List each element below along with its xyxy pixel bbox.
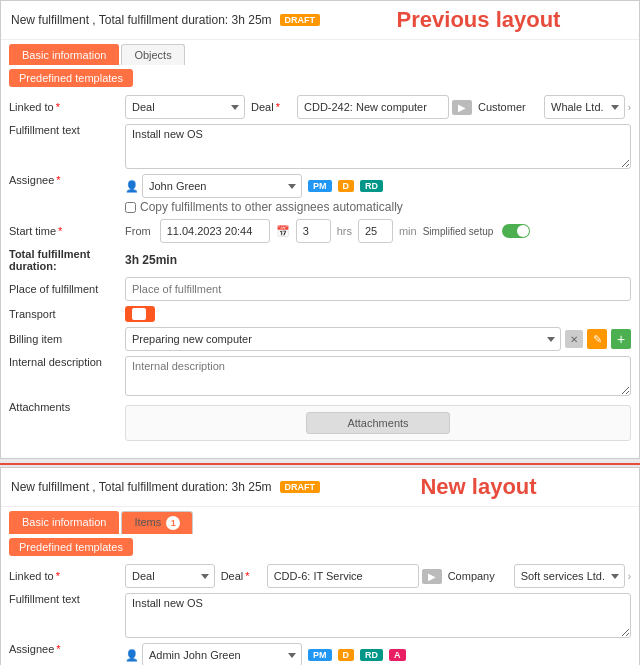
- items-count-badge: 1: [166, 516, 180, 530]
- bottom-tab-bar: Basic information Items 1: [1, 507, 639, 534]
- linked-to-label-bottom: Linked to: [9, 570, 119, 582]
- assignee-row-bottom: Assignee 👤 Admin John Green PM D RD A Co…: [9, 643, 631, 665]
- transport-toggle-inner-top: [132, 308, 146, 320]
- assignee-icon-top: 👤: [125, 180, 139, 193]
- deal-arrow-btn-bottom[interactable]: ▶: [422, 569, 442, 584]
- tab-items-bottom[interactable]: Items 1: [121, 511, 193, 534]
- top-draft-badge: DRAFT: [280, 14, 321, 26]
- deal-input-bottom[interactable]: [267, 564, 419, 588]
- billing-label-top: Billing item: [9, 333, 119, 345]
- assignee-badge-d-top: D: [338, 180, 355, 192]
- fulfillment-text-area-top[interactable]: Install new OS: [125, 124, 631, 169]
- assignee-badge-pm-bottom: PM: [308, 649, 332, 661]
- linked-to-row-top: Linked to Deal Deal ▶ Customer Whale Ltd…: [9, 95, 631, 119]
- start-min-num-top[interactable]: [358, 219, 393, 243]
- billing-row-top: Billing item Preparing new computer ✕ ✎ …: [9, 327, 631, 351]
- fulfillment-text-label-bottom: Fulfillment text: [9, 593, 119, 605]
- company-label-bottom: Company: [448, 570, 508, 582]
- assignee-select-bottom[interactable]: Admin John Green: [142, 643, 302, 665]
- place-row-top: Place of fulfillment: [9, 277, 631, 301]
- place-label-top: Place of fulfillment: [9, 283, 119, 295]
- attachments-label-top: Attachments: [9, 401, 119, 413]
- billing-select-top[interactable]: Preparing new computer: [125, 327, 561, 351]
- total-duration-value-top: 3h 25min: [125, 253, 177, 267]
- bottom-draft-badge: DRAFT: [280, 481, 321, 493]
- tab-basic-info-bottom[interactable]: Basic information: [9, 511, 119, 534]
- billing-add-btn-top[interactable]: +: [611, 329, 631, 349]
- billing-input-group-top: Preparing new computer ✕ ✎ +: [125, 327, 631, 351]
- predefined-templates-btn-top[interactable]: Predefined templates: [9, 69, 133, 87]
- deal-label-top: Deal: [251, 101, 291, 113]
- tab-objects-top[interactable]: Objects: [121, 44, 184, 65]
- assignee-select-top[interactable]: John Green: [142, 174, 302, 198]
- company-select-bottom[interactable]: Soft services Ltd.: [514, 564, 625, 588]
- start-date-input-top[interactable]: [160, 219, 270, 243]
- start-time-label-top: Start time: [9, 225, 119, 237]
- assignee-badge-rd-bottom: RD: [360, 649, 383, 661]
- min-label-top: min: [399, 225, 417, 237]
- assignee-icon-bottom: 👤: [125, 649, 139, 662]
- fulfillment-text-row-bottom: Fulfillment text Install new OS: [9, 593, 631, 638]
- bottom-panel-header: New fulfillment , Total fulfillment dura…: [1, 468, 639, 507]
- assignee-label-bottom: Assignee: [9, 643, 119, 655]
- start-time-row-top: Start time From 📅 hrs min Simplified set…: [9, 219, 631, 243]
- deal-arrow-btn-top[interactable]: ▶: [452, 100, 472, 115]
- company-chevron-bottom: ›: [628, 571, 631, 582]
- bottom-form-body: Linked to Deal Deal ▶ Company Soft servi…: [1, 560, 639, 665]
- bottom-layout-heading: New layout: [328, 474, 629, 500]
- internal-desc-label-top: Internal description: [9, 356, 119, 368]
- linked-to-select-top[interactable]: Deal: [125, 95, 245, 119]
- bottom-panel-title: New fulfillment , Total fulfillment dura…: [11, 480, 272, 494]
- assignee-row-top: Assignee 👤 John Green PM D RD Copy fulfi…: [9, 174, 631, 214]
- transport-row-top: Transport: [9, 306, 631, 322]
- attachments-area-top: Attachments: [125, 405, 631, 441]
- copy-assignees-checkbox-top[interactable]: [125, 202, 136, 213]
- assignee-badge-d-bottom: D: [338, 649, 355, 661]
- place-input-top[interactable]: [125, 277, 631, 301]
- from-label-top: From: [125, 225, 151, 237]
- attachments-row-top: Attachments Attachments: [9, 401, 631, 445]
- total-duration-row-top: Total fulfillment duration: 3h 25min: [9, 248, 631, 272]
- tab-basic-info-top[interactable]: Basic information: [9, 44, 119, 65]
- predefined-templates-btn-bottom[interactable]: Predefined templates: [9, 538, 133, 556]
- top-panel-header: New fulfillment , Total fulfillment dura…: [1, 1, 639, 40]
- assignee-badge-pm-top: PM: [308, 180, 332, 192]
- simplified-toggle-top[interactable]: [502, 224, 530, 238]
- billing-clear-btn-top[interactable]: ✕: [565, 330, 583, 348]
- assignee-badge-a-bottom: A: [389, 649, 406, 661]
- fulfillment-text-row-top: Fulfillment text Install new OS: [9, 124, 631, 169]
- top-panel-title: New fulfillment , Total fulfillment dura…: [11, 13, 272, 27]
- transport-toggle-top[interactable]: [125, 306, 155, 322]
- simplified-label-top: Simplified setup: [423, 226, 494, 237]
- deal-label-bottom: Deal: [221, 570, 261, 582]
- customer-label-top: Customer: [478, 101, 538, 113]
- panel-divider: [0, 463, 640, 465]
- top-panel: New fulfillment , Total fulfillment dura…: [0, 0, 640, 459]
- calendar-icon-top: 📅: [276, 225, 290, 238]
- start-hrs-num-top[interactable]: [296, 219, 331, 243]
- assignee-label-top: Assignee: [9, 174, 119, 186]
- internal-desc-area-top[interactable]: [125, 356, 631, 396]
- linked-to-row-bottom: Linked to Deal Deal ▶ Company Soft servi…: [9, 564, 631, 588]
- customer-select-top[interactable]: Whale Ltd.: [544, 95, 625, 119]
- customer-chevron-top: ›: [628, 102, 631, 113]
- top-layout-heading: Previous layout: [328, 7, 629, 33]
- attachments-btn-top[interactable]: Attachments: [306, 412, 449, 434]
- transport-label-top: Transport: [9, 308, 119, 320]
- fulfillment-text-label-top: Fulfillment text: [9, 124, 119, 136]
- deal-input-top[interactable]: [297, 95, 449, 119]
- billing-edit-btn-top[interactable]: ✎: [587, 329, 607, 349]
- top-tab-bar: Basic information Objects: [1, 40, 639, 65]
- linked-to-label-top: Linked to: [9, 101, 119, 113]
- linked-to-select-bottom[interactable]: Deal: [125, 564, 215, 588]
- hrs-label-top: hrs: [337, 225, 352, 237]
- internal-desc-row-top: Internal description: [9, 356, 631, 396]
- copy-assignees-row-top: Copy fulfillments to other assignees aut…: [125, 200, 403, 214]
- top-form-body: Linked to Deal Deal ▶ Customer Whale Ltd…: [1, 91, 639, 458]
- assignee-badge-rd-top: RD: [360, 180, 383, 192]
- fulfillment-text-area-bottom[interactable]: Install new OS: [125, 593, 631, 638]
- total-duration-label-top: Total fulfillment duration:: [9, 248, 119, 272]
- copy-assignees-text-top: Copy fulfillments to other assignees aut…: [140, 200, 403, 214]
- bottom-panel: New fulfillment , Total fulfillment dura…: [0, 467, 640, 665]
